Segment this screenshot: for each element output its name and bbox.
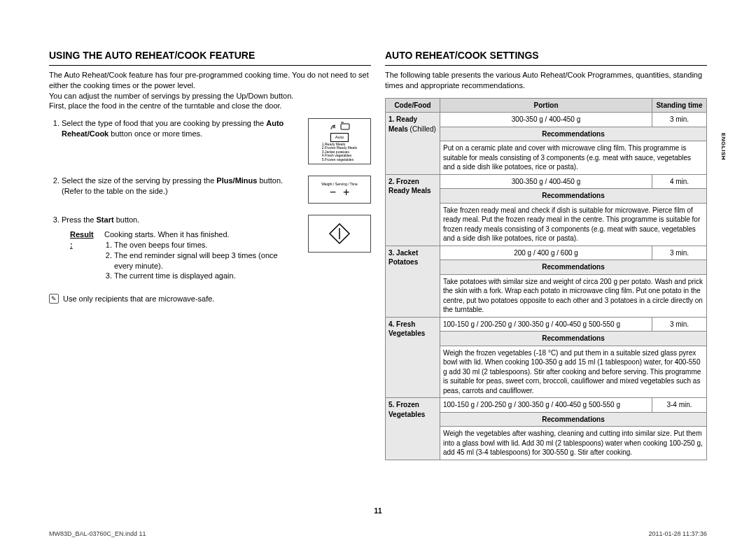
start-icon — [308, 215, 371, 253]
note: ✎ Use only recipients that are microwave… — [49, 294, 371, 304]
result-list: The oven beeps four times. The end remin… — [114, 240, 294, 281]
footer-file: MW83D_BAL-03760C_EN.indd 11 — [49, 530, 146, 537]
step-1: Select the type of food that you are coo… — [62, 118, 371, 164]
food-5: 5. Frozen Vegetables — [386, 398, 440, 460]
right-intro: The following table presents the various… — [385, 70, 707, 91]
auto-label: Auto — [330, 133, 349, 141]
right-column: AUTO REHEAT/COOK SETTINGS The following … — [385, 49, 707, 460]
svg-rect-0 — [341, 124, 349, 129]
note-icon: ✎ — [49, 294, 59, 304]
plus-icon: + — [343, 187, 349, 198]
result-label: Result : — [70, 230, 94, 249]
th-code: Code/Food — [386, 98, 440, 113]
language-tab: ENGLISH — [720, 133, 727, 160]
auto-button-icon: Auto 1.Ready Meals 2.Frozen Ready Meals … — [308, 118, 371, 164]
left-column: USING THE AUTO REHEAT/COOK FEATURE The A… — [49, 49, 371, 460]
plus-minus-icon: Weight / Serving / Time − + — [308, 176, 371, 204]
left-heading: USING THE AUTO REHEAT/COOK FEATURE — [49, 49, 371, 66]
food-2: 2. Frozen Ready Meals — [386, 174, 440, 246]
auto-menu-list: 1.Ready Meals 2.Frozen Ready Meals 3.Jac… — [322, 143, 357, 162]
food-3: 3. Jacket Potatoes — [386, 246, 440, 317]
step-3: Press the Start button. Result : Cooking… — [62, 215, 371, 283]
food-1: 1. Ready Meals (Chilled) — [386, 113, 440, 175]
th-portion: Portion — [440, 98, 652, 113]
th-standing: Standing time — [652, 98, 707, 113]
left-intro: The Auto Reheat/Cook feature has four pr… — [49, 70, 371, 111]
step-2: Select the size of the serving by pressi… — [62, 176, 371, 204]
footer: MW83D_BAL-03760C_EN.indd 11 2011-01-28 1… — [49, 530, 707, 537]
food-4: 4. Fresh Vegetables — [386, 317, 440, 398]
minus-icon: − — [330, 187, 336, 198]
settings-table: Code/Food Portion Standing time 1. Ready… — [385, 98, 707, 460]
page-number: 11 — [0, 507, 756, 515]
footer-date: 2011-01-28 11:37:36 — [648, 530, 707, 537]
right-heading: AUTO REHEAT/COOK SETTINGS — [385, 49, 707, 66]
